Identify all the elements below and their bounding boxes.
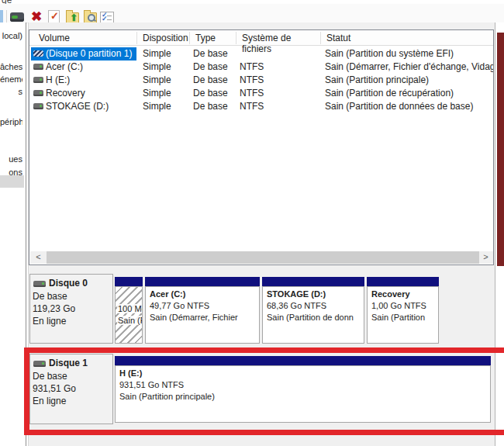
disk-size: 119,23 Go xyxy=(33,303,75,314)
partition-acer-c[interactable]: Acer (C:) 49,77 Go NTFS Sain (Démarrer, … xyxy=(145,286,260,344)
pane-divider[interactable] xyxy=(26,22,26,446)
explore-search-icon[interactable] xyxy=(84,10,98,23)
table-row[interactable]: Acer (C:) Simple De base NTFS Sain (Déma… xyxy=(29,61,493,74)
volume-status: Sain (Partition de récupération) xyxy=(325,88,454,99)
folder-icon: ⬆ xyxy=(66,12,79,23)
volume-disposition: Simple xyxy=(143,61,171,72)
volume-type: De base xyxy=(193,101,228,112)
disk-type: De base xyxy=(33,371,67,382)
volume-disposition: Simple xyxy=(143,48,171,59)
tree-item-disques[interactable]: ues xyxy=(0,154,22,165)
tree-item-evenements[interactable]: éneme xyxy=(0,74,22,85)
partition-size: 1,00 Go NTFS xyxy=(371,301,426,310)
volume-type: De base xyxy=(193,48,228,59)
background-strip xyxy=(497,33,504,266)
partition-size: 931,51 Go NTFS xyxy=(119,380,184,389)
col-header-type[interactable]: Type xyxy=(189,30,236,46)
volume-name: Recovery xyxy=(46,88,85,99)
table-row[interactable]: (Disque 0 partition 1) Simple De base Sa… xyxy=(29,47,493,61)
folder-icon xyxy=(84,12,97,23)
drive-icon xyxy=(33,64,43,70)
partition-label: Recovery xyxy=(371,289,410,299)
disk-icon xyxy=(33,361,46,367)
disk-type: De base xyxy=(33,291,67,302)
partition-color-bar xyxy=(145,277,260,286)
partition-size: 100 Mo xyxy=(117,304,143,313)
volume-status: Sain (Partition principale) xyxy=(325,74,429,85)
disk1-label-box[interactable]: Disque 1 De base 931,51 Go En ligne xyxy=(29,354,113,424)
volume-fs: NTFS xyxy=(240,88,264,99)
scrollbar-thumb[interactable] xyxy=(47,251,479,264)
volume-list-panel: Volume Disposition Type Système de fichi… xyxy=(29,29,494,265)
partition-color-bar xyxy=(115,356,491,365)
partition-color-bar xyxy=(115,277,143,286)
toolbar: ✖ ✓ ⬆ ✓✓ xyxy=(0,4,504,23)
partition-size: 49,77 Go NTFS xyxy=(150,301,209,310)
mark-partition-icon[interactable]: ✓ xyxy=(48,10,62,23)
disk-size: 931,51 Go xyxy=(33,383,76,394)
col-header-volume[interactable]: Volume xyxy=(29,30,136,46)
console-tree-pane: local) âches éneme s périphé ues ons xyxy=(0,22,26,446)
partition-label: Acer (C:) xyxy=(150,289,185,299)
table-row[interactable]: STOKAGE (D:) Simple De base NTFS Sain (P… xyxy=(29,100,493,113)
volume-name: H (E:) xyxy=(46,74,70,85)
tree-item-local[interactable]: local) xyxy=(0,31,22,42)
volume-status: Sain (Partition du système EFI) xyxy=(325,48,454,59)
partition-status: Sain (Pa xyxy=(117,316,143,325)
table-row[interactable]: H (E:) Simple De base NTFS Sain (Partiti… xyxy=(29,74,493,87)
partition-status: Sain (Partition principale) xyxy=(119,392,215,401)
partition-color-bar xyxy=(262,277,364,286)
disk-status: En ligne xyxy=(33,396,66,406)
disk-name: Disque 0 xyxy=(49,278,88,289)
volume-name: STOKAGE (D:) xyxy=(46,101,109,112)
tree-item-taches[interactable]: âches xyxy=(0,62,22,73)
volume-type: De base xyxy=(193,74,228,85)
properties-list-icon[interactable]: ✓✓ xyxy=(100,10,114,23)
drive-icon xyxy=(33,103,43,109)
tree-item-applications[interactable]: ons xyxy=(0,168,22,178)
scroll-left-button[interactable]: < xyxy=(32,251,45,264)
partition-label: STOKAGE (D:) xyxy=(267,289,326,299)
partition-size: 68,36 Go NTFS xyxy=(267,301,326,310)
volume-fs: NTFS xyxy=(240,61,264,72)
change-drive-letter-icon[interactable] xyxy=(10,12,24,22)
disk-management-window: ge ✖ ✓ ⬆ ✓✓ local) âches éneme s périphé… xyxy=(0,0,504,446)
tree-item-peripheriques[interactable]: périphé xyxy=(0,117,22,128)
check-glyph: ✓ xyxy=(50,10,59,22)
horizontal-scrollbar[interactable]: < > xyxy=(30,251,494,264)
volume-status: Sain (Partition de données de base) xyxy=(325,101,473,112)
delete-volume-icon[interactable]: ✖ xyxy=(29,10,43,23)
partition-color-bar xyxy=(367,277,439,286)
open-folder-icon[interactable]: ⬆ xyxy=(66,10,80,23)
tree-item-partages[interactable]: s xyxy=(0,87,22,98)
partition-label: H (E:) xyxy=(119,368,142,378)
partition-efi[interactable]: 100 Mo Sain (Pa xyxy=(115,286,143,344)
partition-h-e[interactable]: H (E:) 931,51 Go NTFS Sain (Partition pr… xyxy=(115,365,491,423)
partition-status: Sain (Partition de donn xyxy=(267,313,354,322)
volume-type: De base xyxy=(193,88,228,99)
drive-icon xyxy=(33,90,43,96)
disk-icon xyxy=(33,281,46,287)
partition-recovery[interactable]: Recovery 1,00 Go NTFS Sain (Partition xyxy=(367,286,439,344)
disk-name: Disque 1 xyxy=(49,358,88,368)
scroll-right-button[interactable]: > xyxy=(479,251,492,264)
toolbar-separator xyxy=(6,10,7,23)
volume-type: De base xyxy=(193,61,228,72)
checklist-icon: ✓✓ xyxy=(100,12,114,23)
partial-icon xyxy=(0,10,3,23)
drive-icon xyxy=(33,77,43,83)
col-header-disposition[interactable]: Disposition xyxy=(136,30,189,46)
partition-icon xyxy=(33,50,43,57)
volume-fs: NTFS xyxy=(240,101,264,112)
col-header-statut[interactable]: Statut xyxy=(320,30,493,46)
partition-stokage-d[interactable]: STOKAGE (D:) 68,36 Go NTFS Sain (Partiti… xyxy=(262,286,364,344)
partition-status: Sain (Démarrer, Fichier xyxy=(150,313,238,322)
volume-disposition: Simple xyxy=(143,101,171,112)
col-header-fs[interactable]: Système de fichiers xyxy=(236,30,320,46)
table-row[interactable]: Recovery Simple De base NTFS Sain (Parti… xyxy=(29,87,493,100)
volume-disposition: Simple xyxy=(143,88,171,99)
disk0-label-box[interactable]: Disque 0 De base 119,23 Go En ligne xyxy=(29,274,113,344)
partition-status: Sain (Partition xyxy=(371,313,425,322)
disk-status: En ligne xyxy=(33,316,66,327)
volume-disposition: Simple xyxy=(143,74,171,85)
